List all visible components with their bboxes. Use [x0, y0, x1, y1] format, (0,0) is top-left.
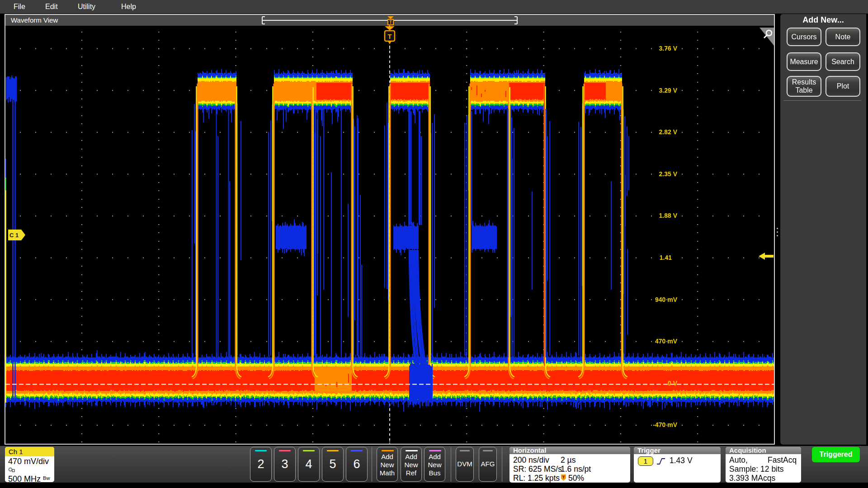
- afg-color: [483, 450, 493, 451]
- waveform-view-panel: Waveform View T 3.76 V 3.29 V 2.82 V 2.3…: [5, 14, 775, 445]
- channel-1-scale: 470 mV/div: [5, 456, 54, 466]
- splitter-handle[interactable]: [777, 231, 778, 233]
- channel-6-color: [351, 450, 363, 451]
- trigger-slope-icon: [656, 458, 665, 465]
- channel-3-button[interactable]: 3: [274, 447, 296, 482]
- channel-2-color: [255, 450, 267, 451]
- svg-text:C 1: C 1: [9, 232, 19, 239]
- separator: [372, 447, 372, 482]
- triggered-status: Triggered: [812, 447, 860, 462]
- channel-1-badge[interactable]: Ch 1 470 mV/div 500 MHz Bw: [5, 447, 54, 482]
- horizontal-resolution: 1.6 ns/pt: [561, 465, 591, 474]
- menu-help[interactable]: Help: [121, 0, 136, 14]
- channel-5-label: 5: [322, 457, 343, 471]
- horizontal-window: 2 µs: [561, 455, 576, 465]
- acquisition-sample: Sample: 12 bits: [729, 465, 784, 474]
- y-label: 2.82 V: [646, 128, 677, 136]
- y-label: 1.41: [640, 254, 672, 261]
- dvm-button[interactable]: DVM: [456, 447, 474, 482]
- add-new-bus-button[interactable]: AddNewBus: [424, 447, 445, 482]
- y-label: 2.35 V: [646, 170, 677, 178]
- channel-2-button[interactable]: 2: [250, 447, 272, 482]
- bottom-bar: Ch 1 470 mV/div 500 MHz Bw 2 3 4 5 6 Add…: [0, 446, 868, 483]
- add-cursors-button[interactable]: Cursors: [787, 28, 821, 46]
- trigger-position-flag[interactable]: T: [383, 26, 397, 45]
- add-new-math-button[interactable]: AddNewMath: [377, 447, 398, 482]
- menu-edit[interactable]: Edit: [45, 0, 58, 14]
- svg-text:T: T: [562, 475, 565, 479]
- horizontal-sample-rate: SR: 625 MS/s: [513, 465, 562, 474]
- probe-icon: [8, 467, 16, 473]
- channel-5-color: [327, 450, 339, 451]
- waveform-view-header: Waveform View T: [5, 15, 774, 26]
- channel-1-bandwidth: 500 MHz Bw: [5, 474, 54, 482]
- acquisition-panel-title: Acquisition: [726, 447, 801, 454]
- channel-1-badge-header: Ch 1: [5, 447, 54, 456]
- separator: [502, 447, 502, 482]
- trigger-position-icon: T: [561, 474, 566, 481]
- menu-utility[interactable]: Utility: [78, 0, 95, 14]
- add-note-button[interactable]: Note: [826, 28, 860, 46]
- channel-3-color: [279, 450, 291, 451]
- channel-3-label: 3: [274, 457, 295, 471]
- horizontal-scale: 200 ns/div: [513, 455, 549, 465]
- horizontal-panel-title: Horizontal: [509, 447, 630, 454]
- waveform-view-title: Waveform View: [11, 16, 58, 24]
- zoom-corner-icon[interactable]: [760, 28, 774, 46]
- separator: [451, 447, 451, 482]
- math-color: [382, 450, 394, 451]
- trigger-level: 1.43 V: [670, 456, 693, 465]
- y-label: 3.29 V: [646, 87, 677, 94]
- trigger-level-arrow[interactable]: [758, 252, 774, 261]
- bus-color: [429, 450, 441, 451]
- channel-5-button[interactable]: 5: [322, 447, 344, 482]
- svg-text:T: T: [389, 20, 392, 25]
- expansion-point-icon[interactable]: T: [385, 15, 396, 25]
- splitter-handle[interactable]: [777, 228, 778, 229]
- y-label: 0 V: [646, 380, 677, 387]
- acquisition-fastacq: FastAcq: [768, 455, 797, 465]
- svg-text:T: T: [387, 33, 392, 40]
- y-label: 1.88 V: [646, 212, 677, 219]
- add-new-ref-button[interactable]: AddNewRef: [401, 447, 422, 482]
- right-panel-separator: [783, 100, 861, 101]
- add-measure-button[interactable]: Measure: [787, 52, 821, 71]
- add-plot-button[interactable]: Plot: [826, 76, 860, 97]
- channel-4-button[interactable]: 4: [298, 447, 320, 482]
- channel-4-color: [303, 450, 315, 451]
- dvm-color: [460, 450, 470, 451]
- add-results-table-button[interactable]: Results Table: [787, 76, 821, 97]
- channel-1-flag[interactable]: C 1: [8, 229, 26, 241]
- menu-file[interactable]: File: [14, 0, 25, 14]
- acquisition-mode: Auto,: [729, 455, 748, 465]
- horizontal-record-length: RL: 1.25 kpts: [513, 474, 560, 483]
- afg-button[interactable]: AFG: [479, 447, 497, 482]
- splitter-handle[interactable]: [777, 235, 778, 236]
- channel-2-label: 2: [250, 457, 271, 471]
- horizontal-position: 50%: [568, 474, 584, 483]
- trigger-panel-title: Trigger: [634, 447, 721, 454]
- menu-bar: File Edit Utility Help: [0, 0, 868, 14]
- y-label: 3.76 V: [646, 45, 677, 52]
- trigger-source-badge: 1: [638, 456, 653, 466]
- add-new-title: Add New...: [780, 15, 866, 25]
- channel-4-label: 4: [298, 457, 319, 471]
- channel-6-button[interactable]: 6: [346, 447, 368, 482]
- y-label: 940 mV: [646, 296, 677, 303]
- add-search-button[interactable]: Search: [826, 52, 860, 71]
- acquisition-count: 3.393 MAcqs: [729, 474, 775, 483]
- ref-color: [406, 450, 418, 451]
- waveform-plot[interactable]: 3.76 V 3.29 V 2.82 V 2.35 V 1.88 V 1.41 …: [5, 26, 774, 444]
- y-label: -470 mV: [646, 421, 677, 428]
- y-label: 470 mV: [646, 338, 677, 345]
- channel-6-label: 6: [346, 457, 367, 471]
